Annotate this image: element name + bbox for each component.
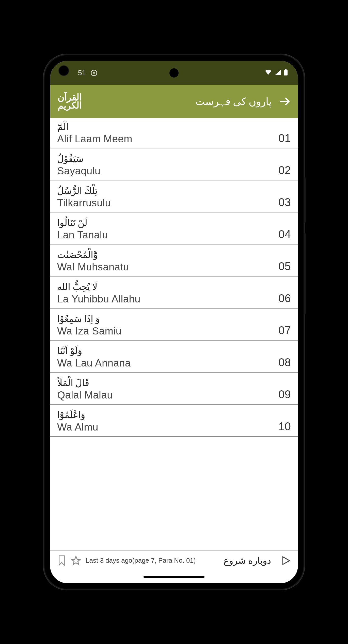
list-item[interactable]: لَنْ تَنَالُواLan Tanalu04	[50, 212, 298, 244]
svg-marker-3	[72, 556, 80, 564]
list-item-text: وَلَوْ اَنَّنَاWa Lau Annana	[57, 346, 131, 369]
battery-icon	[284, 69, 288, 77]
arabic-name: لَنْ تَنَالُوا	[57, 218, 108, 228]
latin-name: Qalal Malau	[57, 389, 113, 401]
phone-frame: 51 القرآن الكريم پاروں	[44, 55, 304, 589]
arabic-name: وَاعْلَمُوْٓا	[57, 410, 98, 420]
item-number: 06	[278, 292, 291, 305]
screen: 51 القرآن الكريم پاروں	[50, 61, 298, 583]
forward-arrow-icon[interactable]	[279, 96, 290, 107]
latin-name: Wa Almu	[57, 421, 98, 433]
item-number: 04	[278, 228, 291, 241]
item-number: 03	[278, 196, 291, 209]
list-item-text: لَنْ تَنَالُواLan Tanalu	[57, 218, 108, 241]
app-bar: القرآن الكريم پاروں کی فہرست	[50, 85, 298, 118]
latin-name: Wal Muhsanatu	[57, 261, 129, 273]
play-icon[interactable]	[281, 556, 291, 566]
arabic-name: وَلَوْ اَنَّنَا	[57, 346, 131, 356]
status-left: 51	[78, 69, 97, 77]
list-item-text: وَّالْمُحْصَنٰتWal Muhsanatu	[57, 250, 129, 273]
svg-rect-1	[284, 70, 288, 75]
list-item[interactable]: وَّالْمُحْصَنٰتWal Muhsanatu05	[50, 244, 298, 277]
list-item[interactable]: لَا يُحِبُّ اللهLa Yuhibbu Allahu06	[50, 277, 298, 309]
phone-side-button	[304, 233, 306, 314]
latin-name: La Yuhibbu Allahu	[57, 293, 140, 305]
logo-line: الكريم	[58, 101, 82, 110]
list-item-text: تِلْكَ الرُّسُلُTilkarrusulu	[57, 186, 111, 209]
list-item[interactable]: تِلْكَ الرُّسُلُTilkarrusulu03	[50, 180, 298, 212]
list-item-text: قَالَ الْمَلَاُQalal Malau	[57, 378, 113, 401]
item-number: 08	[278, 356, 291, 369]
item-number: 10	[278, 420, 291, 433]
list-item-text: الٓمّٓAlif Laam Meem	[57, 121, 132, 145]
arabic-name: وَّالْمُحْصَنٰت	[57, 250, 129, 260]
nav-bar	[50, 571, 298, 583]
item-number: 07	[278, 324, 291, 337]
latin-name: Alif Laam Meem	[57, 133, 132, 145]
signal-icon	[275, 69, 281, 76]
list-item[interactable]: قَالَ الْمَلَاُQalal Malau09	[50, 373, 298, 405]
nav-handle[interactable]	[144, 576, 204, 578]
item-number: 02	[278, 164, 291, 177]
phone-side-button	[304, 177, 306, 223]
camera-notch-icon	[169, 68, 179, 78]
latin-name: Wa Iza Samiu	[57, 325, 121, 337]
app-logo[interactable]: القرآن الكريم	[58, 93, 82, 110]
arabic-name: تِلْكَ الرُّسُلُ	[57, 186, 111, 196]
latin-name: Sayaqulu	[57, 165, 101, 177]
list-item[interactable]: الٓمّٓAlif Laam Meem01	[50, 118, 298, 148]
item-number: 05	[278, 260, 291, 273]
clock-icon	[91, 70, 97, 76]
arabic-name: وَ اِذَا سَمِعُوْا	[57, 314, 121, 324]
page-title: پاروں کی فہرست	[195, 96, 272, 108]
front-camera-icon	[58, 65, 69, 76]
list-item-text: لَا يُحِبُّ اللهLa Yuhibbu Allahu	[57, 282, 140, 305]
list-item[interactable]: وَ اِذَا سَمِعُوْاWa Iza Samiu07	[50, 309, 298, 341]
svg-marker-4	[283, 557, 290, 564]
arabic-name: سَيَقُوْلُ	[57, 154, 101, 164]
latin-name: Tilkarrusulu	[57, 197, 111, 209]
bookmark-icon[interactable]	[57, 555, 66, 566]
list-item-text: سَيَقُوْلُSayaqulu	[57, 154, 101, 177]
para-list[interactable]: الٓمّٓAlif Laam Meem01سَيَقُوْلُSayaqulu…	[50, 118, 298, 550]
last-read-text: Last 3 days ago(page 7, Para No. 01)	[86, 557, 196, 564]
svg-rect-0	[285, 69, 287, 70]
list-item[interactable]: سَيَقُوْلُSayaqulu02	[50, 148, 298, 180]
arabic-name: لَا يُحِبُّ الله	[57, 282, 140, 292]
item-number: 09	[278, 388, 291, 401]
app-title-area: پاروں کی فہرست	[195, 96, 290, 108]
resume-label: دوباره شروع	[224, 555, 271, 566]
list-item[interactable]: وَلَوْ اَنَّنَاWa Lau Annana08	[50, 341, 298, 373]
latin-name: Lan Tanalu	[57, 229, 108, 241]
list-item[interactable]: وَاعْلَمُوْٓاWa Almu10	[50, 405, 298, 437]
latin-name: Wa Lau Annana	[57, 357, 131, 369]
item-number: 01	[278, 132, 291, 145]
arabic-name: قَالَ الْمَلَاُ	[57, 378, 113, 388]
status-right	[264, 69, 288, 77]
wifi-icon	[264, 69, 272, 76]
star-icon[interactable]	[71, 556, 81, 566]
status-time: 51	[78, 69, 86, 77]
bottom-bar: Last 3 days ago(page 7, Para No. 01) دوب…	[50, 550, 298, 571]
arabic-name: الٓمّٓ	[57, 121, 132, 132]
list-item-text: وَ اِذَا سَمِعُوْاWa Iza Samiu	[57, 314, 121, 337]
list-item-text: وَاعْلَمُوْٓاWa Almu	[57, 410, 98, 433]
